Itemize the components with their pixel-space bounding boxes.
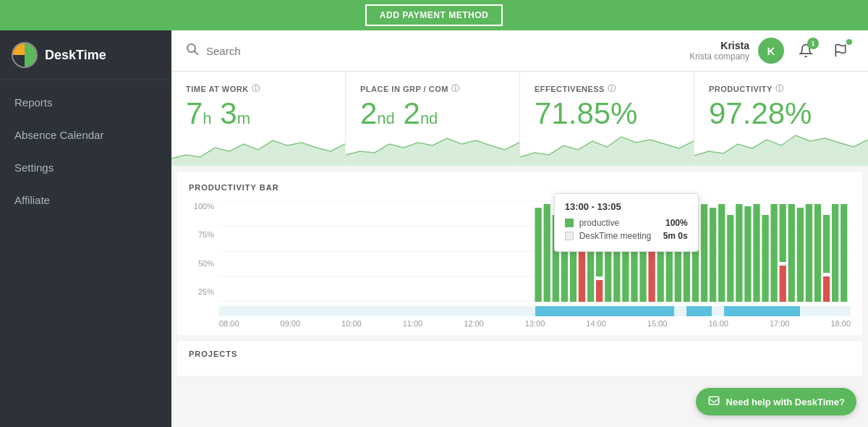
tooltip-color-meeting (565, 232, 574, 240)
svg-marker-5 (520, 137, 694, 166)
sidebar-item-absence-calendar[interactable]: Absence Calendar (0, 119, 171, 151)
help-button[interactable]: Need help with DeskTime? (696, 388, 856, 415)
svg-rect-47 (823, 215, 830, 273)
tooltip-val-meeting: 5m 0s (663, 231, 688, 241)
bar-tooltip: 13:00 - 13:05 productive 100% DeskTime m… (554, 193, 699, 252)
x-label-09: 09:00 (281, 319, 301, 328)
timeline-active-3 (724, 306, 800, 316)
svg-marker-6 (694, 135, 868, 166)
tooltip-val-productive: 100% (665, 218, 688, 228)
notifications-button[interactable]: 1 (793, 38, 819, 64)
svg-rect-48 (823, 276, 830, 302)
x-label-12: 12:00 (464, 319, 484, 328)
productivity-bar-title: PRODUCTIVITY BAR (189, 183, 851, 192)
user-info: Krista Krista company (689, 40, 749, 62)
stat-card-time-at-work: TIME AT WORK ⓘ 7h 3m (171, 72, 346, 166)
stat-label-place: PLACE IN GRP / COM ⓘ (360, 83, 505, 94)
y-label-25: 25% (189, 287, 214, 296)
x-label-11: 11:00 (403, 319, 423, 328)
logo-icon (12, 42, 38, 68)
x-label-10: 10:00 (341, 319, 362, 328)
svg-rect-38 (753, 204, 760, 302)
notification-badge: 1 (807, 38, 819, 49)
projects-section: PROJECTS (177, 341, 862, 376)
x-label-13: 13:00 (525, 319, 545, 328)
svg-rect-20 (596, 280, 603, 302)
svg-rect-37 (744, 206, 751, 302)
sidebar-item-settings[interactable]: Settings (0, 151, 171, 184)
timeline-bar (219, 306, 851, 316)
sidebar-item-reports[interactable]: Reports (0, 86, 171, 119)
bars-wrapper: 08:00 09:00 10:00 11:00 12:00 13:00 14:0… (219, 200, 851, 328)
sidebar-nav: Reports Absence Calendar Settings Affili… (0, 80, 171, 222)
svg-rect-39 (762, 215, 768, 302)
stats-row: TIME AT WORK ⓘ 7h 3m PLACE IN GRP / COM … (171, 72, 868, 166)
productivity-bar-section: PRODUCTIVITY BAR 100% 75% 50% 25% (177, 172, 862, 335)
search-wrapper (186, 43, 689, 59)
search-icon (186, 43, 199, 59)
content-area: Krista Krista company K 1 (171, 30, 868, 427)
svg-rect-46 (814, 204, 821, 302)
svg-rect-36 (736, 204, 742, 302)
stat-info-productivity: ⓘ (775, 83, 784, 94)
stat-card-place: PLACE IN GRP / COM ⓘ 2nd 2nd (346, 72, 520, 166)
stat-info-place: ⓘ (451, 83, 460, 94)
tooltip-row-meeting: DeskTime meeting 5m 0s (565, 231, 688, 241)
add-payment-button[interactable]: ADD PAYMENT METHOD (365, 4, 503, 26)
svg-rect-32 (701, 204, 707, 302)
top-bar: ADD PAYMENT METHOD (0, 0, 868, 30)
svg-marker-3 (171, 140, 345, 166)
stat-value-place: 2nd 2nd (360, 98, 505, 129)
x-label-18: 18:00 (830, 319, 851, 328)
header-right: Krista Krista company K 1 (689, 38, 854, 64)
svg-rect-13 (544, 204, 550, 302)
flag-dot (846, 39, 852, 45)
y-label-50: 50% (189, 259, 214, 268)
y-axis: 100% 75% 50% 25% (189, 200, 214, 297)
search-input[interactable] (206, 45, 351, 57)
svg-rect-50 (841, 204, 847, 302)
x-label-14: 14:00 (586, 319, 606, 328)
tooltip-row-productive: productive 100% (565, 218, 688, 228)
productivity-bars-svg (219, 200, 851, 302)
y-label-75: 75% (189, 230, 214, 239)
svg-rect-40 (770, 204, 777, 302)
sidebar-logo: DeskTime (0, 30, 171, 80)
stat-info-effectiveness: ⓘ (608, 83, 616, 94)
svg-rect-34 (718, 204, 725, 302)
x-axis: 08:00 09:00 10:00 11:00 12:00 13:00 14:0… (219, 319, 851, 328)
svg-rect-41 (780, 204, 786, 262)
stat-label-productivity: PRODUCTIVITY ⓘ (709, 83, 854, 94)
chart-container: 100% 75% 50% 25% (189, 200, 851, 328)
svg-rect-45 (806, 204, 812, 302)
y-label-100: 100% (189, 202, 214, 211)
svg-rect-35 (727, 215, 733, 302)
x-label-15: 15:00 (647, 319, 668, 328)
svg-rect-42 (780, 266, 786, 302)
x-label-16: 16:00 (708, 319, 728, 328)
x-label-17: 17:00 (770, 319, 790, 328)
stat-value-time: 7h 3m (186, 98, 331, 129)
sidebar-item-affiliate[interactable]: Affiliate (0, 184, 171, 216)
stat-value-productivity: 97.28% (709, 98, 854, 129)
timeline-active-2 (686, 306, 712, 316)
tooltip-color-productive (565, 219, 574, 227)
svg-rect-12 (535, 208, 542, 302)
stat-info-time: ⓘ (252, 83, 260, 94)
stat-value-effectiveness: 71.85% (535, 98, 679, 129)
flag-button[interactable] (827, 38, 854, 64)
tooltip-label-meeting: DeskTime meeting (579, 231, 658, 241)
logo-text: DeskTime (45, 48, 106, 63)
help-button-label: Need help with DeskTime? (726, 397, 845, 407)
timeline-active-1 (535, 306, 674, 316)
svg-rect-43 (788, 204, 795, 302)
svg-rect-33 (710, 208, 716, 302)
user-name: Krista (689, 40, 749, 51)
tooltip-time: 13:00 - 13:05 (565, 201, 688, 212)
svg-rect-49 (832, 204, 838, 302)
avatar: K (758, 38, 784, 64)
stat-label-time: TIME AT WORK ⓘ (186, 83, 331, 94)
user-company: Krista company (689, 51, 749, 62)
header: Krista Krista company K 1 (171, 30, 868, 72)
main-layout: DeskTime Reports Absence Calendar Settin… (0, 30, 868, 427)
